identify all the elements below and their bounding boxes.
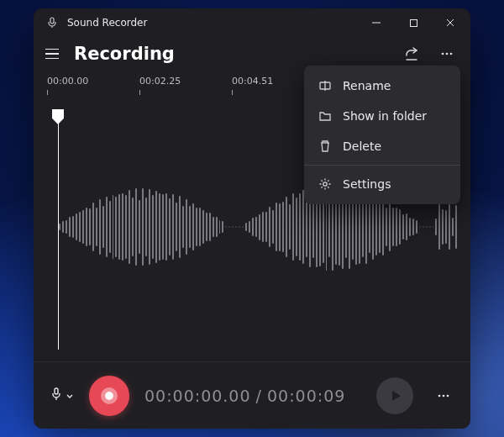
playhead[interactable] bbox=[52, 109, 64, 124]
svg-point-13 bbox=[447, 394, 449, 397]
microphone-select[interactable] bbox=[50, 387, 74, 404]
play-button[interactable] bbox=[376, 377, 413, 414]
menu-item-label: Delete bbox=[343, 140, 381, 153]
microphone-icon bbox=[45, 16, 59, 29]
svg-point-11 bbox=[438, 394, 441, 397]
svg-rect-3 bbox=[410, 19, 417, 26]
page-title: Recording bbox=[74, 44, 390, 64]
share-button[interactable] bbox=[402, 44, 422, 64]
total-time: 00:00:09 bbox=[267, 387, 345, 405]
window: Sound Recorder Recording bbox=[34, 8, 470, 429]
svg-point-7 bbox=[446, 53, 449, 55]
close-button[interactable] bbox=[432, 8, 469, 37]
window-title: Sound Recorder bbox=[67, 17, 358, 29]
time-mark-label: 00:00.00 bbox=[47, 76, 139, 87]
menu-item-show-in-folder[interactable]: Show in folder bbox=[304, 101, 460, 131]
rename-icon bbox=[318, 78, 333, 93]
maximize-button[interactable] bbox=[395, 8, 432, 37]
minimize-button[interactable] bbox=[358, 8, 395, 37]
more-options-button[interactable] bbox=[437, 44, 457, 64]
svg-point-8 bbox=[450, 53, 453, 55]
menu-item-settings[interactable]: Settings bbox=[304, 169, 460, 199]
menu-item-label: Rename bbox=[343, 79, 391, 92]
svg-point-12 bbox=[443, 394, 445, 397]
time-mark-label: 00:02.25 bbox=[139, 76, 232, 87]
record-button[interactable] bbox=[89, 376, 129, 416]
hamburger-menu-button[interactable] bbox=[45, 45, 62, 62]
menu-item-rename[interactable]: Rename bbox=[304, 71, 460, 101]
context-menu: Rename Show in folder Delete Settings bbox=[304, 66, 460, 204]
microphone-icon bbox=[50, 387, 62, 404]
transport-bar: 00:00:00.00 / 00:00:09 bbox=[34, 361, 470, 429]
menu-item-label: Settings bbox=[343, 177, 391, 191]
transport-more-button[interactable] bbox=[433, 386, 454, 406]
gear-icon bbox=[318, 176, 333, 192]
menu-item-label: Show in folder bbox=[343, 109, 427, 123]
time-readout: 00:00:00.00 / 00:00:09 bbox=[144, 387, 345, 405]
chevron-down-icon bbox=[66, 387, 74, 403]
svg-point-16 bbox=[323, 182, 327, 186]
folder-icon bbox=[318, 108, 333, 124]
menu-separator bbox=[304, 165, 460, 166]
svg-point-6 bbox=[442, 53, 444, 55]
trash-icon bbox=[318, 139, 333, 154]
time-separator: / bbox=[256, 387, 262, 405]
elapsed-time: 00:00:00.00 bbox=[144, 387, 251, 405]
svg-rect-0 bbox=[50, 18, 54, 24]
window-controls bbox=[358, 8, 469, 37]
titlebar: Sound Recorder bbox=[34, 8, 470, 37]
svg-rect-9 bbox=[55, 388, 58, 394]
menu-item-delete[interactable]: Delete bbox=[304, 131, 460, 161]
